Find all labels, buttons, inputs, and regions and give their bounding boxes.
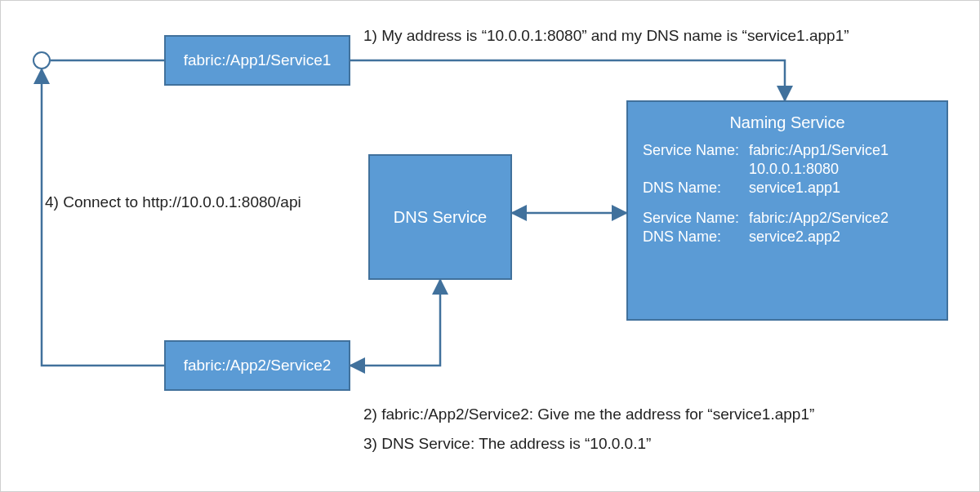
naming-row-label [643,161,749,178]
naming-row-value: 10.0.0.1:8080 [749,161,932,178]
service2-label: fabric:/App2/Service2 [184,357,332,375]
service1-box: fabric:/App1/Service1 [164,35,350,86]
naming-row-label: Service Name: [643,142,749,159]
naming-row-value: fabric:/App1/Service1 [749,142,932,159]
annotation-step2: 2) fabric:/App2/Service2: Give me the ad… [363,406,814,423]
service2-box: fabric:/App2/Service2 [164,340,350,391]
naming-row: 10.0.0.1:8080 [643,161,932,178]
naming-row-label: DNS Name: [643,228,749,246]
edge-service2-to-dns [350,280,440,366]
naming-row-value: fabric:/App2/Service2 [749,210,932,227]
naming-row-value: service2.app2 [749,228,932,246]
annotation-step3: 3) DNS Service: The address is “10.0.0.1… [363,435,651,453]
naming-row-label: DNS Name: [643,180,749,197]
edge-service1-to-naming [350,60,785,100]
naming-row-value: service1.app1 [749,180,932,197]
service1-label: fabric:/App1/Service1 [184,51,332,69]
naming-row-label: Service Name: [643,210,749,227]
dns-service-box: DNS Service [368,154,512,280]
dns-service-label: DNS Service [394,208,487,227]
diagram-canvas: fabric:/App1/Service1 DNS Service Naming… [0,0,980,492]
annotation-step4: 4) Connect to http://10.0.0.1:8080/api [45,193,301,211]
naming-row: Service Name: fabric:/App2/Service2 [643,210,932,227]
naming-service-box: Naming Service Service Name: fabric:/App… [626,100,948,321]
naming-row: DNS Name: service1.app1 [643,180,932,197]
naming-service-title: Naming Service [643,113,932,132]
naming-row: Service Name: fabric:/App1/Service1 [643,142,932,159]
edge-service2-to-start [42,69,164,366]
start-node-circle [33,51,51,69]
annotation-step1: 1) My address is “10.0.0.1:8080” and my … [363,27,849,45]
naming-row: DNS Name: service2.app2 [643,228,932,246]
